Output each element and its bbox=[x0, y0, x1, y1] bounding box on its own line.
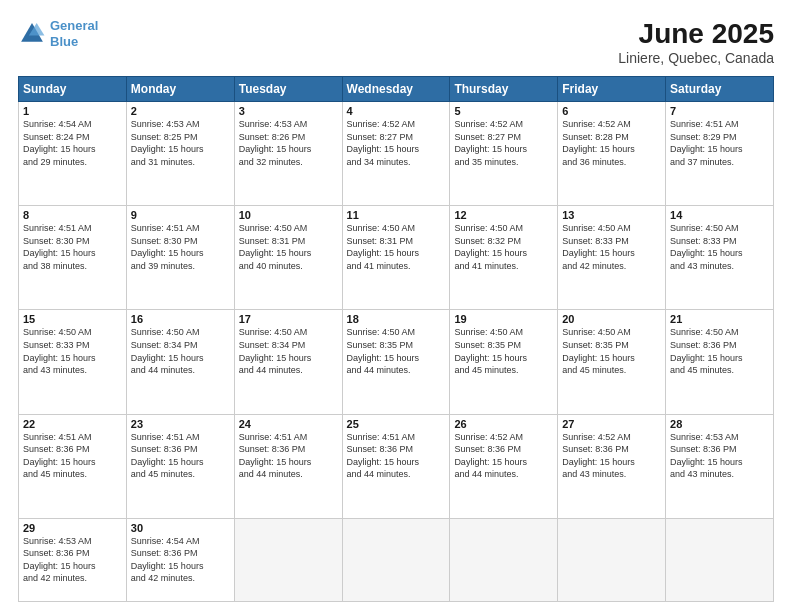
day-number: 10 bbox=[239, 209, 338, 221]
col-friday: Friday bbox=[558, 77, 666, 102]
logo-icon bbox=[18, 20, 46, 48]
calendar-cell: 3Sunrise: 4:53 AM Sunset: 8:26 PM Daylig… bbox=[234, 102, 342, 206]
day-number: 17 bbox=[239, 313, 338, 325]
logo-line1: General bbox=[50, 18, 98, 33]
day-info: Sunrise: 4:52 AM Sunset: 8:36 PM Dayligh… bbox=[562, 431, 661, 481]
day-number: 9 bbox=[131, 209, 230, 221]
calendar-cell: 1Sunrise: 4:54 AM Sunset: 8:24 PM Daylig… bbox=[19, 102, 127, 206]
calendar-cell: 29Sunrise: 4:53 AM Sunset: 8:36 PM Dayli… bbox=[19, 518, 127, 601]
calendar-cell: 7Sunrise: 4:51 AM Sunset: 8:29 PM Daylig… bbox=[666, 102, 774, 206]
calendar-cell: 14Sunrise: 4:50 AM Sunset: 8:33 PM Dayli… bbox=[666, 206, 774, 310]
calendar-cell: 4Sunrise: 4:52 AM Sunset: 8:27 PM Daylig… bbox=[342, 102, 450, 206]
calendar-cell: 25Sunrise: 4:51 AM Sunset: 8:36 PM Dayli… bbox=[342, 414, 450, 518]
calendar-cell: 24Sunrise: 4:51 AM Sunset: 8:36 PM Dayli… bbox=[234, 414, 342, 518]
day-number: 26 bbox=[454, 418, 553, 430]
day-number: 3 bbox=[239, 105, 338, 117]
day-info: Sunrise: 4:50 AM Sunset: 8:33 PM Dayligh… bbox=[562, 222, 661, 272]
day-number: 27 bbox=[562, 418, 661, 430]
calendar-cell: 5Sunrise: 4:52 AM Sunset: 8:27 PM Daylig… bbox=[450, 102, 558, 206]
day-info: Sunrise: 4:50 AM Sunset: 8:31 PM Dayligh… bbox=[347, 222, 446, 272]
calendar-cell: 9Sunrise: 4:51 AM Sunset: 8:30 PM Daylig… bbox=[126, 206, 234, 310]
title-block: June 2025 Liniere, Quebec, Canada bbox=[618, 18, 774, 66]
logo-text: General Blue bbox=[50, 18, 98, 49]
day-number: 1 bbox=[23, 105, 122, 117]
header: General Blue June 2025 Liniere, Quebec, … bbox=[18, 18, 774, 66]
col-sunday: Sunday bbox=[19, 77, 127, 102]
day-info: Sunrise: 4:54 AM Sunset: 8:24 PM Dayligh… bbox=[23, 118, 122, 168]
day-number: 30 bbox=[131, 522, 230, 534]
day-info: Sunrise: 4:52 AM Sunset: 8:28 PM Dayligh… bbox=[562, 118, 661, 168]
calendar-cell bbox=[666, 518, 774, 601]
day-info: Sunrise: 4:51 AM Sunset: 8:36 PM Dayligh… bbox=[23, 431, 122, 481]
day-info: Sunrise: 4:53 AM Sunset: 8:26 PM Dayligh… bbox=[239, 118, 338, 168]
day-number: 8 bbox=[23, 209, 122, 221]
day-number: 5 bbox=[454, 105, 553, 117]
calendar-cell: 23Sunrise: 4:51 AM Sunset: 8:36 PM Dayli… bbox=[126, 414, 234, 518]
col-wednesday: Wednesday bbox=[342, 77, 450, 102]
day-number: 28 bbox=[670, 418, 769, 430]
day-info: Sunrise: 4:50 AM Sunset: 8:33 PM Dayligh… bbox=[23, 326, 122, 376]
calendar-cell: 30Sunrise: 4:54 AM Sunset: 8:36 PM Dayli… bbox=[126, 518, 234, 601]
day-info: Sunrise: 4:51 AM Sunset: 8:36 PM Dayligh… bbox=[239, 431, 338, 481]
day-info: Sunrise: 4:51 AM Sunset: 8:36 PM Dayligh… bbox=[347, 431, 446, 481]
day-number: 4 bbox=[347, 105, 446, 117]
day-number: 19 bbox=[454, 313, 553, 325]
calendar-cell: 18Sunrise: 4:50 AM Sunset: 8:35 PM Dayli… bbox=[342, 310, 450, 414]
day-info: Sunrise: 4:51 AM Sunset: 8:29 PM Dayligh… bbox=[670, 118, 769, 168]
day-info: Sunrise: 4:50 AM Sunset: 8:35 PM Dayligh… bbox=[454, 326, 553, 376]
day-number: 25 bbox=[347, 418, 446, 430]
day-info: Sunrise: 4:50 AM Sunset: 8:32 PM Dayligh… bbox=[454, 222, 553, 272]
day-number: 20 bbox=[562, 313, 661, 325]
day-info: Sunrise: 4:54 AM Sunset: 8:36 PM Dayligh… bbox=[131, 535, 230, 585]
day-info: Sunrise: 4:50 AM Sunset: 8:35 PM Dayligh… bbox=[562, 326, 661, 376]
day-info: Sunrise: 4:50 AM Sunset: 8:31 PM Dayligh… bbox=[239, 222, 338, 272]
calendar-table: Sunday Monday Tuesday Wednesday Thursday… bbox=[18, 76, 774, 602]
calendar-title: June 2025 bbox=[618, 18, 774, 50]
calendar-cell: 12Sunrise: 4:50 AM Sunset: 8:32 PM Dayli… bbox=[450, 206, 558, 310]
day-number: 14 bbox=[670, 209, 769, 221]
calendar-cell: 6Sunrise: 4:52 AM Sunset: 8:28 PM Daylig… bbox=[558, 102, 666, 206]
day-number: 12 bbox=[454, 209, 553, 221]
day-number: 29 bbox=[23, 522, 122, 534]
calendar-cell: 26Sunrise: 4:52 AM Sunset: 8:36 PM Dayli… bbox=[450, 414, 558, 518]
calendar-cell: 2Sunrise: 4:53 AM Sunset: 8:25 PM Daylig… bbox=[126, 102, 234, 206]
calendar-cell bbox=[342, 518, 450, 601]
day-info: Sunrise: 4:50 AM Sunset: 8:34 PM Dayligh… bbox=[131, 326, 230, 376]
day-number: 15 bbox=[23, 313, 122, 325]
logo: General Blue bbox=[18, 18, 98, 49]
calendar-cell: 27Sunrise: 4:52 AM Sunset: 8:36 PM Dayli… bbox=[558, 414, 666, 518]
calendar-subtitle: Liniere, Quebec, Canada bbox=[618, 50, 774, 66]
day-number: 7 bbox=[670, 105, 769, 117]
calendar-cell bbox=[450, 518, 558, 601]
day-info: Sunrise: 4:51 AM Sunset: 8:30 PM Dayligh… bbox=[23, 222, 122, 272]
calendar-cell: 16Sunrise: 4:50 AM Sunset: 8:34 PM Dayli… bbox=[126, 310, 234, 414]
day-number: 21 bbox=[670, 313, 769, 325]
day-number: 18 bbox=[347, 313, 446, 325]
col-tuesday: Tuesday bbox=[234, 77, 342, 102]
day-info: Sunrise: 4:53 AM Sunset: 8:36 PM Dayligh… bbox=[23, 535, 122, 585]
day-info: Sunrise: 4:50 AM Sunset: 8:35 PM Dayligh… bbox=[347, 326, 446, 376]
day-number: 16 bbox=[131, 313, 230, 325]
calendar-cell: 28Sunrise: 4:53 AM Sunset: 8:36 PM Dayli… bbox=[666, 414, 774, 518]
day-info: Sunrise: 4:51 AM Sunset: 8:30 PM Dayligh… bbox=[131, 222, 230, 272]
calendar-cell: 11Sunrise: 4:50 AM Sunset: 8:31 PM Dayli… bbox=[342, 206, 450, 310]
calendar-cell: 22Sunrise: 4:51 AM Sunset: 8:36 PM Dayli… bbox=[19, 414, 127, 518]
day-info: Sunrise: 4:52 AM Sunset: 8:27 PM Dayligh… bbox=[347, 118, 446, 168]
col-saturday: Saturday bbox=[666, 77, 774, 102]
calendar-cell: 21Sunrise: 4:50 AM Sunset: 8:36 PM Dayli… bbox=[666, 310, 774, 414]
calendar-cell: 17Sunrise: 4:50 AM Sunset: 8:34 PM Dayli… bbox=[234, 310, 342, 414]
logo-line2: Blue bbox=[50, 34, 78, 49]
day-info: Sunrise: 4:53 AM Sunset: 8:25 PM Dayligh… bbox=[131, 118, 230, 168]
day-number: 2 bbox=[131, 105, 230, 117]
day-number: 6 bbox=[562, 105, 661, 117]
calendar-cell: 13Sunrise: 4:50 AM Sunset: 8:33 PM Dayli… bbox=[558, 206, 666, 310]
day-info: Sunrise: 4:51 AM Sunset: 8:36 PM Dayligh… bbox=[131, 431, 230, 481]
calendar-cell: 19Sunrise: 4:50 AM Sunset: 8:35 PM Dayli… bbox=[450, 310, 558, 414]
day-info: Sunrise: 4:52 AM Sunset: 8:36 PM Dayligh… bbox=[454, 431, 553, 481]
day-info: Sunrise: 4:50 AM Sunset: 8:36 PM Dayligh… bbox=[670, 326, 769, 376]
day-number: 22 bbox=[23, 418, 122, 430]
page: General Blue June 2025 Liniere, Quebec, … bbox=[0, 0, 792, 612]
day-number: 24 bbox=[239, 418, 338, 430]
calendar-cell bbox=[234, 518, 342, 601]
calendar-cell: 8Sunrise: 4:51 AM Sunset: 8:30 PM Daylig… bbox=[19, 206, 127, 310]
